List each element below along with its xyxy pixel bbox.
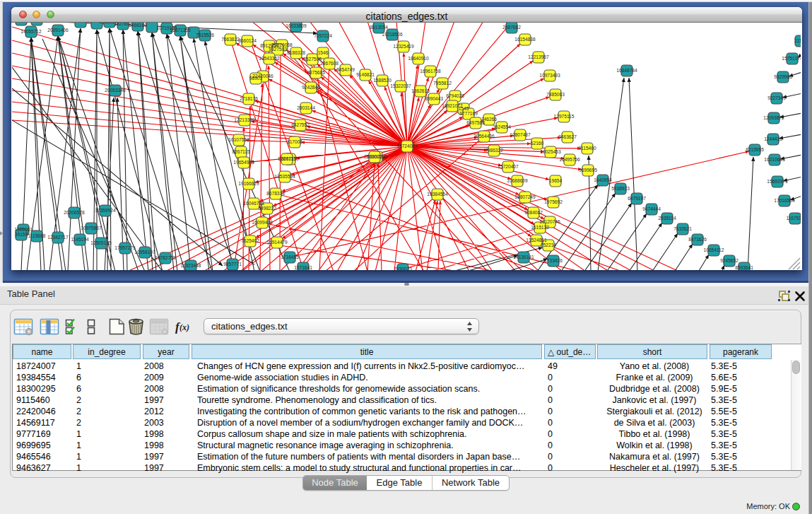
- svg-text:10688609: 10688609: [507, 178, 528, 183]
- svg-text:19384554: 19384554: [427, 192, 448, 197]
- svg-text:2330023: 2330023: [394, 267, 412, 270]
- svg-text:7357224: 7357224: [314, 33, 332, 38]
- svg-text:15322037: 15322037: [390, 83, 411, 88]
- svg-text:8267115: 8267115: [278, 156, 296, 161]
- svg-text:7485063: 7485063: [546, 92, 565, 97]
- svg-text:18640910: 18640910: [408, 56, 429, 61]
- svg-text:16961758: 16961758: [420, 69, 441, 74]
- svg-text:16782759: 16782759: [155, 255, 176, 260]
- svg-text:9329966: 9329966: [774, 74, 792, 79]
- svg-text:14055712: 14055712: [20, 29, 42, 34]
- svg-text:16046788: 16046788: [243, 201, 264, 206]
- svg-text:98901: 98901: [249, 76, 263, 81]
- svg-text:1975692: 1975692: [544, 199, 563, 204]
- svg-text:11121: 11121: [794, 38, 801, 43]
- svg-text:16033809: 16033809: [286, 23, 307, 28]
- svg-text:16671355: 16671355: [170, 28, 191, 33]
- svg-text:16648784: 16648784: [616, 68, 637, 73]
- svg-text:1546: 1546: [318, 50, 329, 55]
- svg-text:12505135: 12505135: [90, 240, 112, 245]
- svg-text:317006: 317006: [287, 139, 302, 144]
- svg-text:23300233: 23300233: [364, 154, 385, 159]
- svg-text:8593641: 8593641: [735, 265, 753, 270]
- svg-text:17957275: 17957275: [114, 245, 136, 250]
- svg-text:8813054: 8813054: [370, 25, 388, 30]
- svg-text:19654: 19654: [549, 178, 563, 183]
- svg-text:39159: 39159: [15, 232, 28, 237]
- svg-text:9115460: 9115460: [578, 146, 596, 151]
- svg-text:8990443: 8990443: [425, 96, 443, 101]
- svg-text:15692971: 15692971: [767, 179, 788, 184]
- svg-text:6479197: 6479197: [628, 196, 646, 201]
- svg-text:2803144: 2803144: [297, 105, 315, 110]
- svg-text:62160: 62160: [531, 141, 544, 146]
- svg-text:9474444: 9474444: [642, 206, 661, 211]
- svg-text:17016504: 17016504: [774, 198, 795, 203]
- svg-text:1167533: 1167533: [786, 216, 801, 221]
- svg-text:9527508: 9527508: [303, 57, 322, 62]
- svg-text:10654112: 10654112: [704, 247, 724, 252]
- svg-text:18807249: 18807249: [514, 194, 536, 199]
- svg-text:1545: 1545: [459, 106, 469, 111]
- svg-text:10807487: 10807487: [510, 132, 531, 137]
- svg-text:7663822: 7663822: [221, 37, 240, 42]
- svg-text:13524851: 13524851: [526, 238, 547, 243]
- svg-text:6466160: 6466160: [129, 23, 147, 28]
- svg-text:20053346: 20053346: [105, 88, 126, 93]
- svg-text:8471626: 8471626: [688, 237, 707, 242]
- svg-text:10120746: 10120746: [539, 219, 560, 224]
- svg-text:12325419: 12325419: [393, 44, 414, 49]
- svg-text:7515526: 7515526: [196, 33, 214, 37]
- svg-text:2687682: 2687682: [502, 25, 521, 30]
- svg-text:16154838: 16154838: [514, 37, 536, 42]
- svg-text:14136141: 14136141: [513, 255, 534, 259]
- svg-text:252214: 252214: [541, 243, 556, 247]
- svg-text:10958107: 10958107: [134, 250, 155, 255]
- svg-text:8660124: 8660124: [238, 38, 257, 43]
- svg-text:8186328: 8186328: [287, 50, 305, 55]
- svg-text:20091406: 20091406: [47, 28, 69, 33]
- svg-text:7955812: 7955812: [433, 81, 452, 86]
- svg-text:12213967: 12213967: [528, 54, 549, 59]
- svg-text:1385061: 1385061: [14, 227, 33, 232]
- svg-text:16099488: 16099488: [252, 220, 273, 225]
- svg-text:2867608: 2867608: [320, 61, 339, 66]
- svg-text:12093872: 12093872: [763, 115, 784, 120]
- svg-text:10975887: 10975887: [81, 226, 102, 230]
- svg-text:1588520: 1588520: [373, 78, 392, 83]
- svg-text:19654985: 19654985: [233, 160, 254, 165]
- svg-text:3875685: 3875685: [307, 70, 325, 75]
- svg-text:9242845: 9242845: [302, 85, 320, 90]
- svg-text:2718176: 2718176: [240, 96, 258, 101]
- svg-text:12342717: 12342717: [47, 235, 69, 240]
- svg-text:6794028: 6794028: [446, 93, 464, 98]
- svg-text:16914479: 16914479: [266, 240, 288, 245]
- svg-text:7986322: 7986322: [485, 148, 503, 153]
- svg-text:10025453: 10025453: [540, 149, 561, 154]
- svg-text:20206578: 20206578: [64, 210, 85, 215]
- svg-text:(x): (x): [180, 322, 189, 332]
- svg-text:8267115: 8267115: [232, 149, 250, 154]
- svg-text:9146821: 9146821: [356, 72, 375, 77]
- svg-text:10543362: 10543362: [259, 56, 280, 61]
- svg-text:1244415: 1244415: [764, 136, 782, 141]
- svg-text:1733426: 1733426: [544, 258, 563, 263]
- svg-text:16107553: 16107553: [228, 137, 249, 142]
- svg-text:12975115: 12975115: [554, 114, 575, 119]
- svg-text:1145194: 1145194: [71, 237, 89, 242]
- svg-text:13535594: 13535594: [274, 174, 295, 179]
- svg-text:5938923: 5938923: [611, 186, 630, 191]
- svg-text:16495756: 16495756: [559, 157, 580, 162]
- svg-text:8678334: 8678334: [266, 191, 285, 196]
- svg-text:12213389: 12213389: [234, 117, 255, 122]
- svg-text:15751074: 15751074: [782, 56, 801, 61]
- svg-text:3498222: 3498222: [258, 206, 276, 211]
- svg-text:2935114: 2935114: [658, 216, 676, 221]
- svg-text:9227349: 9227349: [767, 95, 786, 100]
- svg-text:15720407: 15720407: [498, 164, 519, 169]
- svg-text:16210643: 16210643: [764, 157, 785, 162]
- svg-text:8454749: 8454749: [336, 67, 355, 72]
- svg-text:9777169: 9777169: [459, 111, 478, 116]
- svg-text:1615132: 1615132: [531, 225, 549, 230]
- svg-text:7632621: 7632621: [673, 226, 692, 231]
